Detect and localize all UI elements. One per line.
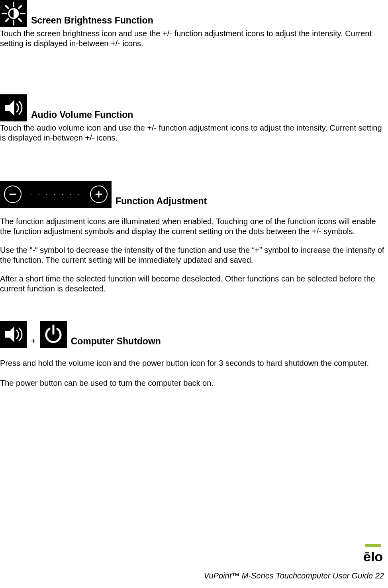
- svg-marker-9: [5, 100, 14, 116]
- shutdown-p1: Press and hold the volume icon and the p…: [0, 357, 388, 369]
- svg-marker-13: [5, 326, 14, 342]
- volume-body: Touch the audio volume icon and use the …: [0, 123, 388, 143]
- brightness-heading-row: Screen Brightness Function: [0, 0, 388, 27]
- svg-rect-15: [365, 544, 381, 547]
- adjust-p2: Use the “-“ symbol to decrease the inten…: [0, 245, 388, 265]
- footer-text: VuPoint™ M-Series Touchcomputer User Gui…: [204, 571, 384, 581]
- volume-heading-row: Audio Volume Function: [0, 94, 388, 121]
- power-icon: [40, 321, 67, 348]
- svg-line-5: [6, 6, 8, 8]
- shutdown-heading: Computer Shutdown: [71, 336, 161, 348]
- plus-separator: +: [27, 336, 40, 348]
- elo-logo-icon: ēlo: [362, 542, 384, 567]
- svg-text:ēlo: ēlo: [363, 549, 383, 564]
- plus-icon: [90, 186, 108, 203]
- svg-line-6: [19, 19, 22, 21]
- brightness-icon: [0, 0, 27, 27]
- adjust-heading: Function Adjustment: [116, 195, 207, 208]
- minus-icon: [4, 186, 22, 203]
- adjustment-dots: · · · · · · ·: [22, 191, 90, 198]
- adjust-p3: After a short time the selected function…: [0, 274, 388, 294]
- svg-line-8: [6, 19, 8, 21]
- brightness-body: Touch the screen brightness icon and use…: [0, 29, 388, 49]
- brightness-heading: Screen Brightness Function: [31, 15, 153, 27]
- shutdown-p2: The power button can be used to turn the…: [0, 378, 388, 388]
- svg-line-7: [19, 6, 22, 8]
- volume-heading: Audio Volume Function: [31, 109, 133, 121]
- volume-icon-2: [0, 321, 27, 348]
- shutdown-heading-row: + Computer Shutdown: [0, 321, 388, 348]
- adjust-p1: The function adjustment icons are illumi…: [0, 217, 388, 236]
- page-footer: ēlo VuPoint™ M-Series Touchcomputer User…: [204, 542, 384, 581]
- volume-icon: [0, 94, 27, 121]
- function-adjustment-icon: · · · · · · ·: [0, 181, 112, 208]
- adjust-heading-row: · · · · · · · Function Adjustment: [0, 181, 388, 208]
